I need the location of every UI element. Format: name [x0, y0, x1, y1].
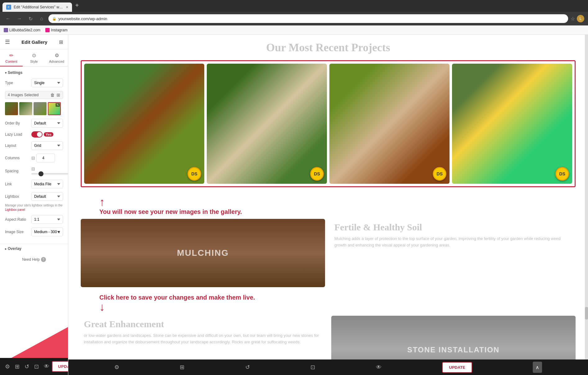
section3-heading: Great Enhancement — [84, 319, 322, 329]
hamburger-icon[interactable]: ☰ — [5, 38, 10, 45]
need-help-text: Need Help — [22, 257, 40, 262]
bookmarks-bar: LilBubbaSite2.com Instagram — [0, 25, 588, 35]
instruction-text: You will now see your new images in the … — [99, 208, 242, 216]
order-by-control: Default — [31, 119, 63, 128]
profile-button[interactable]: L — [577, 15, 584, 22]
section2-heading: Fertile & Healthy Soil — [334, 222, 572, 233]
tab-style[interactable]: ⊙ Style — [23, 49, 45, 66]
lazy-load-toggle[interactable] — [31, 131, 43, 138]
images-selected-bar: 4 Images Selected 🗑 ⊞ — [5, 91, 63, 99]
settings-section: Settings Type Single 4 Images Selected 🗑 — [0, 67, 68, 244]
home-button[interactable]: ⌂ — [37, 14, 46, 23]
sidebar: ☰ Edit Gallery ⊞ ✏ Content ⊙ Style ⚙ Adv… — [0, 35, 68, 375]
layout-label: Layout — [5, 143, 31, 148]
lightbox-control: Default — [31, 192, 63, 201]
bottom-update-bar: ⚙ ⊞ ↺ ⊡ 👁 UPDATE ∧ — [68, 359, 588, 375]
spacing-slider[interactable] — [31, 173, 68, 174]
sidebar-content: Settings Type Single 4 Images Selected 🗑 — [0, 67, 68, 375]
thumb-3-img — [34, 102, 47, 115]
layout-control: Grid — [31, 141, 63, 150]
add-images-button[interactable]: ⊞ — [57, 93, 60, 97]
bottom-responsive-btn[interactable]: ⊡ — [310, 364, 315, 371]
type-label: Type — [5, 81, 31, 85]
overlay-section: Overlay — [0, 244, 68, 253]
section2: MULCHING Fertile & Healthy Soil Mulching… — [81, 219, 576, 287]
section3-body: or low-water gardens and landscapes. Sto… — [84, 332, 322, 346]
bookmark-label-instagram: Instagram — [51, 28, 67, 32]
image-size-row: Image Size Medium - 300 x 300 — [5, 228, 63, 236]
back-button[interactable]: ← — [4, 14, 12, 23]
image-size-select[interactable]: Medium - 300 x 300 — [31, 228, 63, 236]
lightbox-panel-link[interactable]: Lightbox panel — [5, 208, 25, 211]
lightbox-note: Manage your site's lightbox settings in … — [5, 203, 63, 212]
ds-badge-3: DS — [433, 167, 446, 181]
order-by-row: Order By Default — [5, 119, 63, 128]
mulch-label: MULCHING — [177, 248, 229, 258]
advanced-tab-label: Advanced — [49, 60, 64, 63]
instruction-arrow-down: ↓ — [99, 301, 105, 313]
update-button[interactable]: UPDATE — [52, 361, 68, 372]
lightbox-label: Lightbox — [5, 194, 31, 199]
section2-text: Fertile & Healthy Soil Mulching adds a l… — [331, 219, 576, 252]
gallery-badge-3: DS — [433, 167, 446, 181]
lightbox-select[interactable]: Default — [31, 192, 63, 201]
tab-content[interactable]: ✏ Content — [0, 49, 23, 66]
settings-toolbar-btn[interactable]: ⚙ — [2, 361, 12, 373]
bookmark-favicon-instagram — [45, 28, 50, 32]
gallery-item-1[interactable]: DS — [84, 64, 204, 184]
aspect-ratio-select[interactable]: 1:1 — [31, 215, 63, 224]
layout-select[interactable]: Grid — [31, 141, 63, 150]
spacing-slider-row: 10 — [31, 172, 68, 176]
grid-icon[interactable]: ⊞ — [59, 39, 63, 45]
tab-close-button[interactable]: × — [66, 5, 68, 10]
gallery-item-2[interactable]: DS — [207, 64, 327, 184]
order-by-select[interactable]: Default — [31, 119, 63, 128]
settings-title[interactable]: Settings — [5, 70, 63, 75]
new-tab-button[interactable]: + — [73, 2, 81, 9]
thumb-edit-icon[interactable]: ✎ — [56, 103, 60, 107]
active-tab[interactable]: E Edit "Additional Services" with... × — [2, 2, 72, 12]
tab-advanced[interactable]: ⚙ Advanced — [45, 49, 68, 66]
columns-control: ⊟ — [31, 154, 63, 162]
refresh-button[interactable]: ↻ — [26, 14, 35, 23]
section1-title: Our Most Recent Projects — [81, 41, 576, 54]
thumb-4[interactable]: ✎ — [48, 102, 61, 115]
thumb-2-img — [19, 102, 32, 115]
gallery-badge-4: DS — [555, 167, 569, 181]
scrollbar-thumb[interactable] — [585, 307, 588, 319]
nav-actions: ☆ L — [571, 15, 584, 22]
gallery-item-4[interactable]: DS — [452, 64, 572, 184]
delete-images-button[interactable]: 🗑 — [50, 93, 55, 97]
bottom-settings-btn[interactable]: ⚙ — [114, 364, 119, 371]
address-bar[interactable]: 🔒 yourwebsite.com/wp-admin — [48, 14, 568, 23]
bottom-update-button[interactable]: UPDATE — [442, 362, 472, 373]
tab-favicon: E — [6, 5, 11, 10]
spacing-row: Spacing ⊟ 10 — [5, 166, 63, 176]
gallery-container: DS DS DS — [81, 60, 576, 187]
overlay-title[interactable]: Overlay — [5, 246, 63, 251]
help-icon[interactable]: ? — [41, 257, 46, 262]
preview-toolbar-btn[interactable]: 👁 — [41, 361, 52, 372]
columns-input[interactable] — [36, 154, 55, 162]
link-label: Link — [5, 182, 31, 186]
bottom-eye-btn[interactable]: 👁 — [376, 364, 382, 371]
ds-badge-2: DS — [310, 167, 324, 181]
layers-toolbar-btn[interactable]: ⊞ — [12, 361, 22, 373]
forward-button[interactable]: → — [15, 14, 24, 23]
bookmark-favicon-libbubba — [4, 28, 8, 32]
history-toolbar-btn[interactable]: ↺ — [22, 361, 32, 373]
bottom-history-btn[interactable]: ↺ — [245, 364, 250, 371]
bottom-layers-btn[interactable]: ⊞ — [180, 364, 184, 371]
bottom-chevron-btn[interactable]: ∧ — [533, 362, 542, 373]
link-select[interactable]: Media File — [31, 180, 63, 188]
bottom-toolbar: ⚙ ⊞ ↺ ⊡ 👁 UPDATE ∧ — [0, 358, 68, 375]
type-select[interactable]: Single — [31, 79, 63, 87]
advanced-tab-icon: ⚙ — [55, 52, 59, 58]
bookmark-button[interactable]: ☆ — [571, 16, 575, 22]
style-tab-label: Style — [30, 60, 38, 63]
section2-image: MULCHING — [81, 219, 325, 287]
bookmark-instagram[interactable]: Instagram — [45, 28, 67, 32]
gallery-item-3[interactable]: DS — [329, 64, 450, 184]
responsive-toolbar-btn[interactable]: ⊡ — [32, 361, 41, 373]
bookmark-libbubba[interactable]: LilBubbaSite2.com — [4, 28, 40, 32]
